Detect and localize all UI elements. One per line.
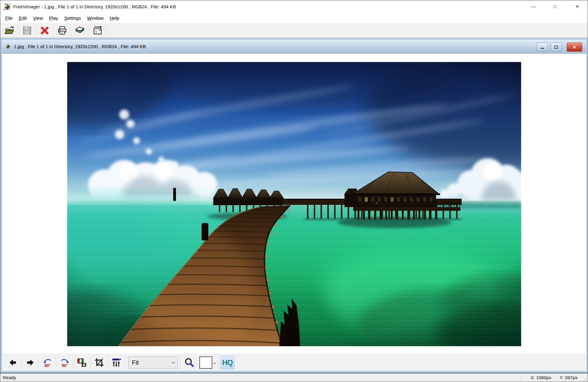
- minimize-glyph: [541, 48, 544, 49]
- background-color-swatch[interactable]: [199, 356, 212, 369]
- minimize-button[interactable]: —: [525, 0, 542, 13]
- statusbar-separator: [553, 375, 554, 380]
- zoom-tool-button[interactable]: [182, 356, 196, 369]
- statusbar-separator: [521, 375, 521, 380]
- rotate-left-icon: [42, 358, 53, 363]
- delete-button[interactable]: [38, 24, 51, 37]
- rotate-right-icon: [59, 358, 70, 363]
- menu-play[interactable]: Play: [46, 14, 61, 23]
- menu-settings[interactable]: Settings: [61, 14, 84, 23]
- adjust-levels-button[interactable]: [109, 356, 124, 369]
- resample-icon: [77, 358, 87, 367]
- cursor-y-coordinate: Y: 397px: [557, 373, 578, 382]
- toolbar-separator: [21, 356, 22, 369]
- toolbar-separator: [73, 356, 73, 369]
- swatch-dropdown-icon[interactable]: ▾: [214, 362, 215, 365]
- resample-button[interactable]: [75, 356, 89, 369]
- open-file-button[interactable]: [3, 24, 16, 37]
- save-button[interactable]: [20, 24, 34, 37]
- zoom-icon: [184, 358, 194, 367]
- toolbar-separator: [71, 25, 71, 36]
- zoom-mode-value: Fit: [129, 359, 169, 366]
- toolbar-separator: [88, 25, 88, 36]
- titlebar[interactable]: FreeVimager - 1.jpg , File 1 of 1 in Dir…: [0, 0, 588, 14]
- toolbar-separator: [35, 25, 36, 36]
- close-button[interactable]: ×: [568, 0, 586, 13]
- toolbar-separator: [218, 356, 218, 369]
- crop-icon: [94, 358, 104, 367]
- rotate-right-button[interactable]: 90°: [58, 356, 72, 369]
- image-file-icon: [5, 44, 11, 49]
- scan-button[interactable]: [73, 24, 87, 37]
- child-minimize-button[interactable]: [537, 43, 548, 52]
- child-restore-button[interactable]: [551, 43, 562, 52]
- next-image-button[interactable]: [23, 356, 37, 369]
- toolbar-separator: [39, 356, 39, 369]
- crop-button[interactable]: [92, 356, 106, 369]
- image-canvas-area[interactable]: [2, 54, 586, 354]
- freevimager-window: FreeVimager - 1.jpg , File 1 of 1 in Dir…: [0, 0, 588, 382]
- toolbar-separator: [53, 25, 53, 36]
- open-folder-icon: [4, 25, 15, 36]
- child-window-title: 1.jpg , File 1 of 1 in Directory, 1920x1…: [14, 40, 146, 53]
- toolbar-separator: [125, 356, 126, 369]
- scan-icon: [75, 25, 85, 36]
- print-button[interactable]: [55, 24, 69, 37]
- rotate-left-label: 90°: [44, 364, 51, 367]
- email-icon: [92, 25, 103, 36]
- statusbar: Ready X: 1060px Y: 397px: [0, 373, 588, 382]
- adjust-levels-icon: [112, 358, 121, 367]
- print-icon: [57, 25, 67, 36]
- viewer-toolbar: 90° 90°: [2, 354, 586, 371]
- toolbar-separator: [180, 356, 181, 369]
- cursor-x-coordinate: X: 1060px: [524, 373, 551, 382]
- menu-edit[interactable]: Edit: [16, 14, 30, 23]
- rotate-left-button[interactable]: 90°: [40, 356, 55, 369]
- app-logo-icon: [4, 3, 11, 11]
- resize-grip[interactable]: [583, 377, 587, 382]
- delete-icon: [39, 25, 50, 36]
- maximize-button[interactable]: □: [546, 0, 564, 13]
- hq-toggle-button[interactable]: HQ: [220, 356, 235, 369]
- rotate-right-label: 90°: [62, 364, 68, 367]
- next-arrow-icon: [26, 358, 35, 367]
- toolbar-separator: [90, 356, 91, 369]
- toolbar-separator: [108, 356, 108, 369]
- previous-image-button[interactable]: [6, 356, 20, 369]
- menu-file[interactable]: File: [2, 14, 16, 23]
- menu-window[interactable]: Window: [84, 14, 107, 23]
- status-message: Ready: [3, 373, 16, 382]
- window-title: FreeVimager - 1.jpg , File 1 of 1 in Dir…: [13, 0, 176, 13]
- email-button[interactable]: [91, 24, 104, 37]
- menu-view[interactable]: View: [30, 14, 46, 23]
- main-toolbar: [0, 23, 588, 38]
- restore-glyph: [554, 46, 558, 49]
- previous-arrow-icon: [8, 358, 18, 367]
- toolbar-separator: [56, 356, 56, 369]
- child-close-button[interactable]: ×: [567, 43, 582, 52]
- image-child-window: 1.jpg , File 1 of 1 in Directory, 1920x1…: [0, 38, 588, 373]
- menubar: File Edit View Play Settings Window Help: [0, 14, 588, 23]
- menu-help[interactable]: Help: [107, 14, 122, 23]
- chevron-down-icon: [169, 362, 178, 364]
- save-icon: [22, 25, 32, 36]
- toolbar-separator: [18, 25, 18, 36]
- child-titlebar[interactable]: 1.jpg , File 1 of 1 in Directory, 1920x1…: [2, 40, 586, 54]
- photo[interactable]: [67, 62, 521, 346]
- toolbar-separator: [106, 25, 106, 36]
- zoom-mode-combobox[interactable]: Fit: [129, 357, 178, 368]
